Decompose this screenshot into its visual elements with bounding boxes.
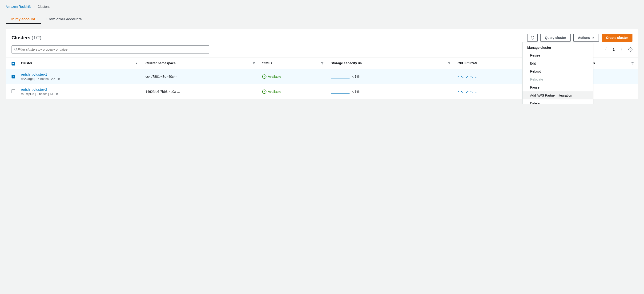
sort-icon: ▽ xyxy=(321,62,323,65)
cluster-subtext: ra3.xlplus | 2 nodes | 64 TB xyxy=(21,92,140,96)
column-namespace[interactable]: Cluster namespace▽ xyxy=(143,58,260,69)
actions-button[interactable]: Actions xyxy=(574,34,598,42)
create-cluster-button[interactable]: Create cluster xyxy=(602,34,632,42)
column-cpu[interactable]: CPU utilizati xyxy=(455,58,529,69)
select-all-checkbox[interactable] xyxy=(12,62,15,66)
pager-prev[interactable]: 〈 xyxy=(603,47,607,52)
dropdown-item-relocate: Relocate xyxy=(522,75,593,83)
cpu-sparkline xyxy=(458,75,476,79)
column-cluster-label: Cluster xyxy=(21,61,32,65)
svg-point-2 xyxy=(630,49,631,50)
actions-button-label: Actions xyxy=(578,36,590,40)
sparkline xyxy=(331,75,350,79)
tab-from-other-accounts[interactable]: From other accounts xyxy=(41,14,87,24)
refresh-icon xyxy=(530,36,534,40)
cluster-name-link[interactable]: redshift-cluster-2 xyxy=(21,87,47,91)
status-text: Available xyxy=(268,90,281,94)
column-cpu-label: CPU utilizati xyxy=(458,61,477,65)
status-text: Available xyxy=(268,75,281,79)
column-storage[interactable]: Storage capacity us...▽ xyxy=(328,58,455,69)
chevron-right-icon: › xyxy=(34,5,35,9)
panel-title: Clusters (1/2) xyxy=(12,35,42,41)
dropdown-item-pause[interactable]: Pause xyxy=(522,83,593,91)
dropdown-header-manage: Manage cluster xyxy=(522,42,593,51)
namespace-cell: cc4b7881-48df-40c4-... xyxy=(143,69,260,84)
settings-icon[interactable] xyxy=(628,47,632,52)
sort-icon: ▽ xyxy=(253,62,255,65)
pager-page: 1 xyxy=(611,48,616,51)
dropdown-item-add-aws-partner-integration[interactable]: Add AWS Partner integration xyxy=(522,91,593,99)
column-cluster[interactable]: Cluster▲ xyxy=(18,58,143,69)
storage-value: < 1% xyxy=(352,75,360,79)
tab-in-my-account[interactable]: In my account xyxy=(6,14,41,24)
breadcrumb-root[interactable]: Amazon Redshift xyxy=(6,5,31,9)
sort-icon: ▽ xyxy=(448,62,450,65)
namespace-cell: 1462fbb6-7bb3-4e0a-... xyxy=(143,84,260,99)
column-status-label: Status xyxy=(262,61,272,65)
clusters-panel: Clusters (1/2) Query cluster Actions xyxy=(6,29,638,99)
pager-next[interactable]: 〉 xyxy=(620,47,624,52)
column-status[interactable]: Status▽ xyxy=(260,58,328,69)
refresh-button[interactable] xyxy=(527,34,538,42)
status-cell: ✓Available xyxy=(262,75,325,79)
column-storage-label: Storage capacity us... xyxy=(331,61,364,65)
svg-line-1 xyxy=(16,50,18,51)
search-input-wrapper[interactable] xyxy=(12,46,209,54)
sparkline xyxy=(331,90,350,94)
dropdown-item-reboot[interactable]: Reboot xyxy=(522,67,593,75)
caret-up-icon xyxy=(592,37,594,38)
breadcrumb: Amazon Redshift › Clusters xyxy=(6,5,638,9)
dropdown-item-resize[interactable]: Resize xyxy=(522,51,593,59)
column-namespace-label: Cluster namespace xyxy=(146,61,176,65)
status-available-icon: ✓ xyxy=(262,90,266,94)
panel-count: (1/2) xyxy=(32,35,42,40)
cpu-sparkline xyxy=(458,90,476,94)
cluster-subtext: dc2.large | 16 nodes | 2.6 TB xyxy=(21,77,140,81)
cluster-name-link[interactable]: redshift-cluster-1 xyxy=(21,72,47,76)
sort-asc-icon: ▲ xyxy=(135,62,138,65)
svg-point-0 xyxy=(14,48,17,50)
dropdown-item-delete[interactable]: Delete xyxy=(522,99,593,104)
storage-value: < 1% xyxy=(352,90,360,94)
status-cell: ✓Available xyxy=(262,90,325,94)
search-input[interactable] xyxy=(18,48,207,51)
dropdown-item-edit[interactable]: Edit xyxy=(522,59,593,67)
breadcrumb-current: Clusters xyxy=(38,5,50,9)
query-cluster-button[interactable]: Query cluster xyxy=(540,34,570,42)
sort-icon: ▽ xyxy=(632,62,634,65)
status-available-icon: ✓ xyxy=(262,75,266,79)
actions-dropdown: Manage cluster ResizeEditRebootRelocateP… xyxy=(522,42,593,104)
row-checkbox[interactable]: ✓ xyxy=(12,75,15,79)
row-checkbox[interactable] xyxy=(12,89,15,93)
search-icon xyxy=(14,48,18,51)
panel-title-text: Clusters xyxy=(12,35,30,40)
account-tabs: In my account From other accounts xyxy=(6,14,638,24)
checkmark-icon: ✓ xyxy=(12,75,14,78)
